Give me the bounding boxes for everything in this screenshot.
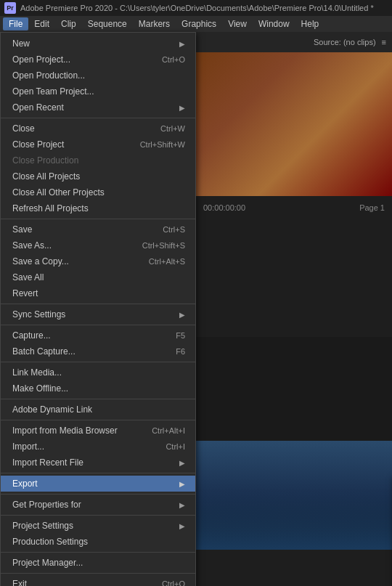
menu-separator (1, 573, 195, 574)
menu-item-label: Project Settings (12, 521, 176, 531)
file-menu-item-project-manager---[interactable]: Project Manager... (1, 555, 195, 571)
menu-shortcut: Ctrl+Alt+I (152, 426, 185, 435)
file-menu-item-close-all-other-projects[interactable]: Close All Other Projects (1, 184, 195, 200)
menu-edit[interactable]: Edit (28, 17, 55, 30)
file-menu-item-save-all[interactable]: Save All (1, 269, 195, 285)
file-menu-item-import---[interactable]: Import...Ctrl+I (1, 439, 195, 455)
source-title: Source: (no clips) (314, 38, 376, 46)
menu-sequence[interactable]: Sequence (82, 17, 133, 30)
file-menu-item-link-media---[interactable]: Link Media... (1, 365, 195, 381)
menu-item-label: Sync Settings (12, 309, 176, 320)
menu-shortcut: Ctrl+Shift+W (140, 140, 185, 149)
menu-item-label: Close Project (12, 139, 126, 150)
menu-item-label: Batch Capture... (12, 346, 161, 357)
menu-separator (1, 494, 195, 495)
menu-clip[interactable]: Clip (55, 17, 82, 30)
source-image (196, 52, 392, 198)
menu-shortcut: Ctrl+Shift+S (142, 241, 185, 250)
app-logo: Pr (4, 2, 16, 14)
menu-item-label: Open Project... (12, 54, 147, 65)
file-menu-item-open-production---[interactable]: Open Production... (1, 68, 195, 84)
file-menu-item-save[interactable]: SaveCtrl+S (1, 221, 195, 237)
menu-item-label: Export (12, 479, 176, 489)
title-bar-text: Adobe Premiere Pro 2020 - C:\Users\tyler… (20, 4, 374, 12)
menu-item-label: Import Recent File (12, 457, 176, 468)
menu-markers[interactable]: Markers (133, 17, 176, 30)
file-menu-item-revert[interactable]: Revert (1, 285, 195, 301)
file-menu-item-save-as---[interactable]: Save As...Ctrl+Shift+S (1, 237, 195, 253)
source-monitor: Source: (no clips) ≡ + (196, 32, 392, 337)
menu-separator (1, 325, 195, 325)
menu-separator (1, 118, 195, 118)
timecode-display: 00:00:00:00 (203, 203, 245, 212)
file-menu-item-project-settings[interactable]: Project Settings▶ (1, 518, 195, 534)
file-menu-item-make-offline---[interactable]: Make Offline... (1, 381, 195, 396)
file-menu-item-close-project[interactable]: Close ProjectCtrl+Shift+W (1, 137, 195, 152)
file-menu-item-export[interactable]: Export▶ (1, 476, 195, 492)
file-menu-item-get-properties-for[interactable]: Get Properties for▶ (1, 497, 195, 513)
file-menu-dropdown: New▶Open Project...Ctrl+OOpen Production… (0, 32, 196, 586)
menu-shortcut: Ctrl+W (160, 124, 185, 133)
menu-separator (1, 362, 195, 362)
menu-item-label: Open Recent (12, 102, 176, 113)
menu-separator (1, 399, 195, 399)
file-menu-item-save-a-copy---[interactable]: Save a Copy...Ctrl+Alt+S (1, 253, 195, 269)
menu-shortcut: F5 (176, 331, 185, 340)
file-menu-item-refresh-all-projects[interactable]: Refresh All Projects (1, 200, 195, 216)
menu-bar: File Edit Clip Sequence Markers Graphics… (0, 16, 392, 32)
menu-item-label: Project Manager... (12, 558, 185, 568)
menu-shortcut: Ctrl+Q (162, 579, 185, 586)
menu-separator (1, 473, 195, 473)
file-menu-item-open-project---[interactable]: Open Project...Ctrl+O (1, 52, 195, 68)
menu-shortcut: F6 (176, 347, 185, 356)
menu-graphics[interactable]: Graphics (176, 17, 222, 30)
menu-item-label: Open Team Project... (12, 86, 185, 97)
menu-item-label: Link Media... (12, 367, 185, 378)
submenu-arrow-icon: ▶ (179, 40, 185, 48)
file-menu-item-sync-settings[interactable]: Sync Settings▶ (1, 306, 195, 322)
menu-item-label: Close All Other Projects (12, 187, 185, 198)
menu-item-label: Exit (12, 579, 147, 586)
submenu-arrow-icon: ▶ (179, 311, 185, 319)
source-menu-icon[interactable]: ≡ (382, 38, 386, 46)
menu-item-label: Save All (12, 272, 185, 282)
menu-separator (1, 219, 195, 219)
primary-menu: New▶Open Project...Ctrl+OOpen Production… (0, 32, 196, 586)
menu-shortcut: Ctrl+S (163, 225, 185, 234)
menu-separator (1, 304, 195, 304)
file-menu-item-capture---[interactable]: Capture...F5 (1, 327, 195, 343)
file-menu-item-close[interactable]: CloseCtrl+W (1, 121, 195, 137)
menu-item-label: Close (12, 123, 146, 134)
file-menu-item-close-all-projects[interactable]: Close All Projects (1, 168, 195, 184)
menu-item-label: Refresh All Projects (12, 203, 185, 213)
file-menu-item-open-team-project---[interactable]: Open Team Project... (1, 84, 195, 99)
submenu-arrow-icon: ▶ (179, 501, 185, 509)
menu-item-label: Open Production... (12, 70, 185, 81)
file-menu-item-exit[interactable]: ExitCtrl+Q (1, 576, 195, 586)
menu-shortcut: Ctrl+Alt+S (149, 257, 185, 266)
menu-separator (1, 515, 195, 516)
timeline-area: 00:00:00:00 Page 1 (196, 196, 392, 290)
source-header: Source: (no clips) ≡ (196, 32, 392, 52)
submenu-arrow-icon: ▶ (179, 104, 185, 112)
file-menu-item-new[interactable]: New▶ (1, 36, 195, 52)
submenu-arrow-icon: ▶ (179, 480, 185, 488)
file-menu-item-batch-capture---[interactable]: Batch Capture...F6 (1, 343, 195, 359)
menu-view[interactable]: View (222, 17, 253, 30)
menu-file[interactable]: File (3, 17, 28, 30)
file-menu-item-adobe-dynamic-link[interactable]: Adobe Dynamic Link (1, 402, 195, 418)
menu-item-label: Save (12, 224, 148, 235)
file-menu-item-open-recent[interactable]: Open Recent▶ (1, 99, 195, 115)
source-content (196, 52, 392, 198)
menu-shortcut: Ctrl+O (162, 55, 185, 64)
file-menu-item-import-recent-file[interactable]: Import Recent File▶ (1, 455, 195, 471)
file-menu-item-production-settings[interactable]: Production Settings (1, 534, 195, 550)
page-label: Page 1 (359, 203, 385, 212)
menu-separator (1, 552, 195, 553)
submenu-arrow-icon: ▶ (179, 459, 185, 467)
menu-item-label: Save a Copy... (12, 256, 134, 266)
menu-item-label: Get Properties for (12, 500, 176, 510)
menu-window[interactable]: Window (253, 17, 295, 30)
file-menu-item-import-from-media-browser[interactable]: Import from Media BrowserCtrl+Alt+I (1, 423, 195, 439)
menu-help[interactable]: Help (295, 17, 325, 30)
